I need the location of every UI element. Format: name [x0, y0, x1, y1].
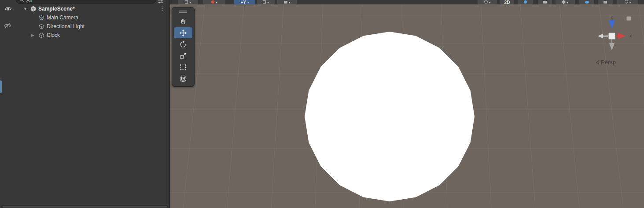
rotate-tool-button[interactable] — [174, 39, 192, 50]
transform-tool-button[interactable] — [174, 73, 192, 84]
chevron-down-icon: ▾ — [289, 1, 291, 4]
axis-x-label: x — [629, 33, 632, 38]
orientation-gizmo[interactable]: z x — [585, 11, 643, 59]
chevron-left-icon — [596, 60, 600, 65]
draw-mode-dropdown[interactable]: ▾ — [178, 0, 198, 4]
rect-tool-button[interactable] — [174, 62, 192, 73]
scene-viewport[interactable]: ▾ ▾ +Y▾ ▾ ▾ ▾ 2D ▾ ▾ — [170, 0, 644, 208]
chevron-down-icon: ▾ — [567, 1, 568, 4]
lightbulb-icon — [524, 0, 527, 4]
up-axis-label: +Y — [240, 0, 246, 4]
item-label: Clock — [47, 31, 60, 40]
cube-icon — [38, 13, 44, 22]
unity-editor-window: All — [0, 0, 644, 208]
hierarchy-search-input[interactable]: All — [16, 0, 156, 4]
effects-icon — [562, 0, 566, 4]
sphere-object[interactable] — [170, 0, 644, 208]
axis-z-cone[interactable] — [609, 20, 615, 29]
scene-camera-dropdown[interactable]: ▾ — [617, 0, 638, 4]
axis-neg-y-cone[interactable] — [609, 43, 615, 51]
eye-icon — [585, 1, 589, 4]
overlay-menu-icon[interactable] — [626, 16, 631, 21]
item-label: Main Camera — [47, 13, 78, 22]
search-value: All — [26, 0, 32, 3]
chevron-down-icon: ▾ — [629, 1, 631, 4]
move-icon — [179, 29, 187, 37]
camera-icon — [604, 1, 607, 4]
chevron-right-icon[interactable]: ▶ — [31, 31, 34, 40]
horizontal-scrollbar[interactable] — [1, 205, 168, 208]
chevron-down-icon[interactable]: ▼ — [23, 4, 27, 13]
audio-toggle[interactable] — [538, 0, 552, 4]
hand-tool-button[interactable] — [174, 16, 192, 27]
move-tool-button[interactable] — [174, 27, 192, 38]
measure-dropdown[interactable]: ▾ — [277, 0, 297, 4]
chevron-down-icon: ▾ — [247, 1, 249, 4]
kebab-menu-icon[interactable]: ⋮ — [159, 4, 165, 13]
effects-dropdown[interactable]: ▾ — [556, 0, 575, 4]
unity-scene-icon — [30, 4, 37, 13]
projection-toggle[interactable]: Persp — [596, 59, 616, 66]
hierarchy-row-scene[interactable]: ▼ SampleScene* ⋮ — [0, 4, 169, 13]
camera-select-button[interactable] — [598, 0, 613, 4]
item-label: Directional Light — [47, 22, 85, 31]
camera-settings-icon — [625, 0, 628, 4]
globe-icon — [484, 0, 488, 4]
hierarchy-row-directional-light[interactable]: Directional Light — [0, 22, 169, 31]
gizmo-center-cube[interactable] — [609, 33, 615, 39]
hierarchy-row-main-camera[interactable]: Main Camera — [0, 13, 169, 22]
hierarchy-toolbar: All — [0, 0, 169, 4]
tools-overlay — [172, 7, 195, 87]
cube-icon — [38, 31, 44, 40]
scene-visibility-toggle[interactable] — [579, 0, 594, 4]
shaded-sphere-icon — [211, 0, 214, 4]
dock-tab-indicator — [0, 80, 2, 93]
chevron-down-icon: ▾ — [216, 1, 217, 4]
mode-2d-toggle[interactable]: 2D — [500, 0, 514, 4]
grid-icon — [185, 0, 188, 4]
axis-neg-x-cone[interactable] — [598, 34, 603, 39]
search-icon — [20, 0, 24, 2]
shading-mode-dropdown[interactable]: ▾ — [203, 0, 225, 4]
rotate-icon — [179, 40, 187, 48]
cube-icon — [38, 22, 44, 31]
grid-snap-dropdown[interactable]: ▾ — [257, 0, 275, 4]
hand-icon — [179, 18, 187, 26]
snap-icon — [263, 0, 266, 4]
mode-2d-label: 2D — [504, 0, 510, 4]
hierarchy-panel: All — [0, 0, 169, 208]
rect-icon — [179, 63, 187, 71]
transform-icon — [179, 75, 187, 83]
scene-toolbar: ▾ ▾ +Y▾ ▾ ▾ ▾ 2D ▾ ▾ — [170, 0, 644, 4]
chevron-down-icon: ▾ — [267, 1, 269, 4]
axis-x-cone[interactable] — [618, 33, 626, 39]
gizmos-dropdown[interactable]: ▾ — [478, 0, 497, 4]
axis-z-label: z — [611, 15, 613, 19]
scale-icon — [179, 52, 187, 60]
ruler-icon — [284, 1, 287, 4]
up-axis-dropdown[interactable]: +Y▾ — [234, 0, 255, 4]
scale-tool-button[interactable] — [174, 50, 192, 61]
chevron-down-icon: ▾ — [489, 1, 491, 4]
speaker-icon — [543, 1, 547, 4]
lighting-toggle[interactable] — [518, 0, 533, 4]
hierarchy-row-clock[interactable]: ▶ Clock — [0, 31, 169, 40]
scrollbar-thumb[interactable] — [3, 206, 167, 208]
overlay-drag-handle[interactable] — [172, 9, 194, 15]
preset-icon[interactable] — [157, 0, 163, 3]
projection-label: Persp — [601, 59, 616, 66]
scene-name-label: SampleScene* — [38, 4, 75, 13]
chevron-down-icon: ▾ — [189, 1, 191, 4]
